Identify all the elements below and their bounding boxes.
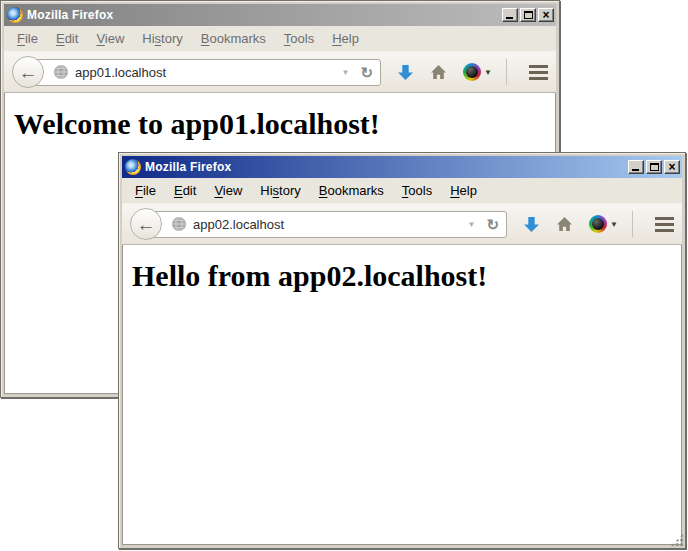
hamburger-icon <box>529 65 548 80</box>
menu-history[interactable]: History <box>251 180 309 201</box>
back-arrow-icon: ← <box>19 63 38 82</box>
window-controls: × <box>628 160 680 174</box>
toolbar-separator <box>632 211 633 237</box>
close-button[interactable]: × <box>664 160 680 174</box>
home-icon <box>430 64 447 81</box>
addon-button[interactable]: ▼ <box>463 63 492 81</box>
download-arrow-icon <box>397 64 414 81</box>
titlebar[interactable]: Mozilla Firefox × <box>122 156 682 178</box>
menu-help[interactable]: Help <box>441 180 486 201</box>
menu-view[interactable]: View <box>87 28 133 49</box>
menu-tools[interactable]: Tools <box>275 28 323 49</box>
url-bar[interactable]: app01.localhost ▼ ↻ <box>30 59 381 86</box>
menu-file[interactable]: File <box>8 28 47 49</box>
addon-button[interactable]: ▼ <box>589 215 618 233</box>
close-icon: × <box>668 162 675 172</box>
url-dropdown-icon[interactable]: ▼ <box>339 68 353 77</box>
page-heading: Welcome to app01.localhost! <box>14 107 547 141</box>
desktop: Mozilla Firefox × File Edit View History… <box>0 0 688 551</box>
download-arrow-icon <box>523 216 540 233</box>
maximize-icon <box>524 11 533 19</box>
home-button[interactable] <box>430 64 447 81</box>
hamburger-icon <box>655 217 674 232</box>
close-icon: × <box>542 10 549 20</box>
caret-down-icon: ▼ <box>610 220 618 229</box>
downloads-button[interactable] <box>523 216 540 233</box>
minimize-button[interactable] <box>502 8 518 22</box>
caret-down-icon: ▼ <box>484 68 492 77</box>
reload-icon[interactable]: ↻ <box>485 217 500 232</box>
url-text[interactable]: app01.localhost <box>75 65 333 80</box>
minimize-button[interactable] <box>628 160 644 174</box>
close-button[interactable]: × <box>538 8 554 22</box>
minimize-icon <box>506 17 513 19</box>
menu-bar: File Edit View History Bookmarks Tools H… <box>122 178 682 203</box>
toolbar-separator <box>506 59 507 85</box>
menu-tools[interactable]: Tools <box>393 180 441 201</box>
browser-window-app02: Mozilla Firefox × File Edit View History… <box>118 152 686 549</box>
navigation-toolbar: ← app01.localhost ▼ ↻ ▼ <box>4 51 556 93</box>
minimize-icon <box>632 169 639 171</box>
home-icon <box>556 216 573 233</box>
home-button[interactable] <box>556 216 573 233</box>
page-heading: Hello from app02.localhost! <box>132 259 673 293</box>
menu-bookmarks[interactable]: Bookmarks <box>310 180 393 201</box>
maximize-button[interactable] <box>646 160 662 174</box>
titlebar[interactable]: Mozilla Firefox × <box>4 4 556 26</box>
menu-bar: File Edit View History Bookmarks Tools H… <box>4 26 556 51</box>
url-bar[interactable]: app02.localhost ▼ ↻ <box>148 211 507 238</box>
firefox-logo-icon <box>125 159 141 175</box>
color-wheel-icon <box>463 63 481 81</box>
menu-history[interactable]: History <box>133 28 191 49</box>
menu-view[interactable]: View <box>205 180 251 201</box>
url-dropdown-icon[interactable]: ▼ <box>465 220 479 229</box>
menu-help[interactable]: Help <box>323 28 368 49</box>
window-title: Mozilla Firefox <box>145 160 624 174</box>
back-button[interactable]: ← <box>130 208 162 240</box>
page-content-app02: Hello from app02.localhost! <box>122 245 682 545</box>
firefox-logo-icon <box>7 7 23 23</box>
window-controls: × <box>502 8 554 22</box>
globe-icon[interactable] <box>171 216 187 232</box>
globe-icon[interactable] <box>53 64 69 80</box>
back-button[interactable]: ← <box>12 56 44 88</box>
color-wheel-icon <box>589 215 607 233</box>
reload-icon[interactable]: ↻ <box>359 65 374 80</box>
menu-bookmarks[interactable]: Bookmarks <box>192 28 275 49</box>
maximize-icon <box>650 163 659 171</box>
menu-file[interactable]: File <box>126 180 165 201</box>
menu-edit[interactable]: Edit <box>165 180 205 201</box>
url-text[interactable]: app02.localhost <box>193 217 459 232</box>
back-arrow-icon: ← <box>137 215 156 234</box>
downloads-button[interactable] <box>397 64 414 81</box>
open-menu-button[interactable] <box>655 217 674 232</box>
maximize-button[interactable] <box>520 8 536 22</box>
menu-edit[interactable]: Edit <box>47 28 87 49</box>
open-menu-button[interactable] <box>529 65 548 80</box>
window-title: Mozilla Firefox <box>27 8 498 22</box>
navigation-toolbar: ← app02.localhost ▼ ↻ ▼ <box>122 203 682 245</box>
